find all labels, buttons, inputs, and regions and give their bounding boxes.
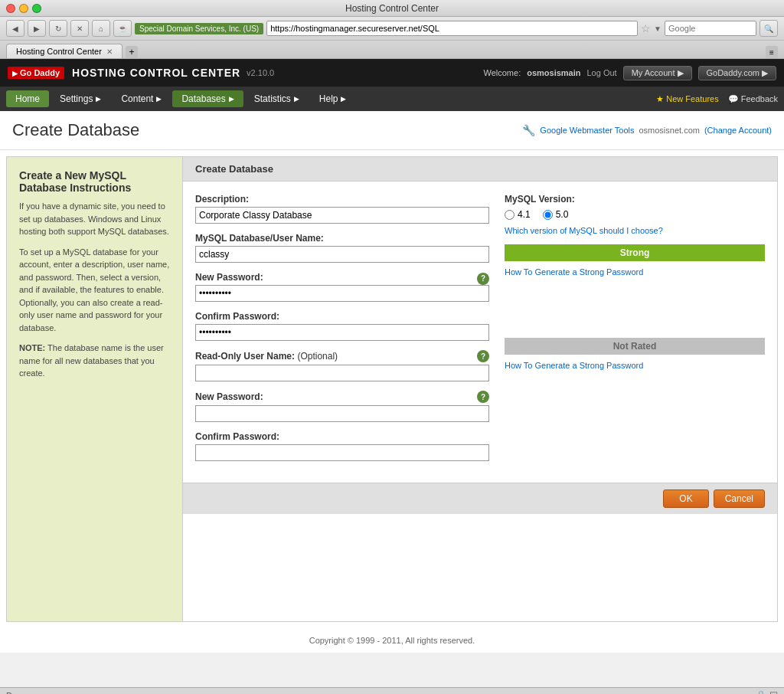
cancel-button[interactable]: Cancel bbox=[714, 489, 765, 508]
search-button[interactable]: 🔍 bbox=[760, 20, 778, 37]
description-label: Description: bbox=[195, 194, 489, 205]
home-nav-button[interactable]: ⌂ bbox=[92, 20, 110, 37]
copyright-text: Copyright © 1999 - 2011, All rights rese… bbox=[309, 636, 475, 645]
back-button[interactable]: ◀ bbox=[6, 20, 24, 37]
optional-label: (Optional) bbox=[297, 351, 338, 362]
status-right-icons: 🔒 🛡 bbox=[756, 690, 778, 694]
reload-button[interactable]: ↻ bbox=[49, 20, 67, 37]
form-bottom-space bbox=[183, 514, 777, 621]
how-to-strong-link-2[interactable]: How To Generate a Strong Password bbox=[505, 361, 765, 370]
tab-options-icon[interactable]: ≡ bbox=[766, 46, 778, 58]
nav-help[interactable]: Help ▶ bbox=[310, 90, 356, 107]
confirm-password-input[interactable] bbox=[195, 324, 489, 341]
minimize-button[interactable] bbox=[19, 4, 28, 13]
nav-content[interactable]: Content ▶ bbox=[112, 90, 171, 107]
mysql-version-group: MySQL Version: 4.1 5.0 bbox=[505, 194, 765, 235]
sidebar-title: Create a New MySQL Database Instructions bbox=[19, 169, 170, 194]
form-body: Description: MySQL Database/User Name: N… bbox=[183, 182, 777, 483]
window-controls[interactable] bbox=[6, 4, 41, 13]
confirm-password-group: Confirm Password: bbox=[195, 311, 489, 341]
bookmark-icon[interactable]: ☆ bbox=[641, 22, 651, 34]
nav-content-label: Content bbox=[121, 93, 153, 104]
readonly-user-label: Read-Only User Name: (Optional) bbox=[195, 351, 474, 362]
domain-label: osmosisnet.com bbox=[639, 126, 699, 135]
version-41-radio[interactable]: 4.1 bbox=[505, 209, 531, 220]
maximize-button[interactable] bbox=[32, 4, 41, 13]
sidebar-para-1: If you have a dynamic site, you need to … bbox=[19, 200, 170, 238]
new-features-link[interactable]: ★ New Features bbox=[656, 94, 718, 104]
new-password-input[interactable] bbox=[195, 285, 489, 302]
readonly-user-input[interactable] bbox=[195, 365, 489, 381]
readonly-info-icon[interactable]: ? bbox=[477, 350, 489, 362]
godaddy-button[interactable]: GoDaddy.com ▶ bbox=[698, 66, 777, 80]
window-title: Hosting Control Center bbox=[345, 3, 439, 14]
new-password-group: New Password: ? bbox=[195, 272, 489, 302]
new-password-label: New Password: bbox=[195, 272, 474, 283]
nav-statistics[interactable]: Statistics ▶ bbox=[245, 90, 309, 107]
webmaster-tools-link[interactable]: Google Webmaster Tools bbox=[540, 126, 634, 135]
search-input[interactable] bbox=[665, 21, 756, 36]
page-header: Create Database 🔧 Google Webmaster Tools… bbox=[0, 111, 784, 150]
status-text: Done bbox=[6, 691, 26, 695]
new-tab-button[interactable]: + bbox=[126, 46, 138, 58]
help-arrow-icon: ▶ bbox=[341, 95, 346, 103]
sidebar: Create a New MySQL Database Instructions… bbox=[7, 157, 183, 621]
lock-icon: 🔒 bbox=[756, 690, 766, 694]
version-41-label: 4.1 bbox=[518, 209, 531, 220]
statistics-arrow-icon: ▶ bbox=[294, 95, 299, 103]
logout-link[interactable]: Log Out bbox=[587, 68, 617, 77]
webmaster-tools-icon: 🔧 bbox=[522, 124, 535, 136]
form-left: Description: MySQL Database/User Name: N… bbox=[195, 194, 489, 470]
browser-tab-active[interactable]: Hosting Control Center ✕ bbox=[6, 44, 122, 58]
feedback-link[interactable]: 💬 Feedback bbox=[728, 94, 778, 104]
security-icon: 🛡 bbox=[769, 690, 778, 694]
page-title: Create Database bbox=[12, 120, 139, 140]
readonly-confirm-input[interactable] bbox=[195, 444, 489, 461]
mysql-version-radios: 4.1 5.0 bbox=[505, 209, 765, 220]
ok-button[interactable]: OK bbox=[663, 489, 708, 508]
feedback-icon: 💬 bbox=[728, 94, 739, 104]
username-label: osmosismain bbox=[527, 68, 580, 77]
tab-label: Hosting Control Center bbox=[16, 47, 102, 56]
nav-settings-label: Settings bbox=[60, 93, 93, 104]
page-content: Create Database 🔧 Google Webmaster Tools… bbox=[0, 111, 784, 653]
history-button[interactable]: ☕ bbox=[113, 20, 132, 37]
address-input[interactable] bbox=[266, 21, 638, 36]
nav-settings[interactable]: Settings ▶ bbox=[51, 90, 110, 107]
how-to-strong-link-1[interactable]: How To Generate a Strong Password bbox=[505, 267, 765, 277]
readonly-new-password-input[interactable] bbox=[195, 405, 489, 422]
readonly-new-password-info-icon[interactable]: ? bbox=[477, 391, 489, 403]
sidebar-para-3: NOTE: The database name is the user name… bbox=[19, 342, 170, 380]
browser-toolbar: ◀ ▶ ↻ ✕ ⌂ ☕ Special Domain Services, Inc… bbox=[0, 17, 784, 41]
stop-button[interactable]: ✕ bbox=[70, 20, 89, 37]
confirm-password-label: Confirm Password: bbox=[195, 311, 489, 322]
app-title: HOSTING CONTROL CENTER bbox=[72, 67, 240, 79]
header-right: Welcome: osmosismain Log Out My Account … bbox=[483, 66, 776, 80]
status-bar: Done 🔒 🛡 bbox=[0, 687, 784, 694]
change-account-link[interactable]: (Change Account) bbox=[704, 126, 772, 135]
feedback-label: Feedback bbox=[741, 94, 778, 103]
description-input[interactable] bbox=[195, 207, 489, 224]
readonly-new-password-label: New Password: bbox=[195, 391, 474, 402]
nav-statistics-label: Statistics bbox=[254, 93, 291, 104]
description-group: Description: bbox=[195, 194, 489, 224]
version-50-radio[interactable]: 5.0 bbox=[543, 209, 569, 220]
dbuser-input[interactable] bbox=[195, 246, 489, 263]
tab-close-icon[interactable]: ✕ bbox=[106, 47, 113, 56]
forward-button[interactable]: ▶ bbox=[28, 20, 46, 37]
dbuser-label: MySQL Database/User Name: bbox=[195, 233, 489, 244]
tab-bar: Hosting Control Center ✕ + ≡ bbox=[0, 41, 784, 58]
mysql-version-help-link[interactable]: Which version of MySQL should I choose? bbox=[505, 226, 765, 235]
nav-databases[interactable]: Databases ▶ bbox=[172, 90, 243, 107]
my-account-label: My Account bbox=[632, 68, 675, 77]
databases-arrow-icon: ▶ bbox=[229, 95, 234, 103]
password-strength-bar: Strong bbox=[505, 244, 765, 261]
nav-right-links: ★ New Features 💬 Feedback bbox=[656, 94, 778, 104]
settings-arrow-icon: ▶ bbox=[96, 95, 101, 103]
welcome-label: Welcome: bbox=[483, 68, 521, 77]
my-account-button[interactable]: My Account ▶ bbox=[623, 66, 692, 80]
dropdown-icon[interactable]: ▼ bbox=[654, 25, 662, 33]
close-button[interactable] bbox=[6, 4, 15, 13]
new-password-info-icon[interactable]: ? bbox=[477, 273, 489, 285]
nav-home[interactable]: Home bbox=[6, 90, 49, 107]
